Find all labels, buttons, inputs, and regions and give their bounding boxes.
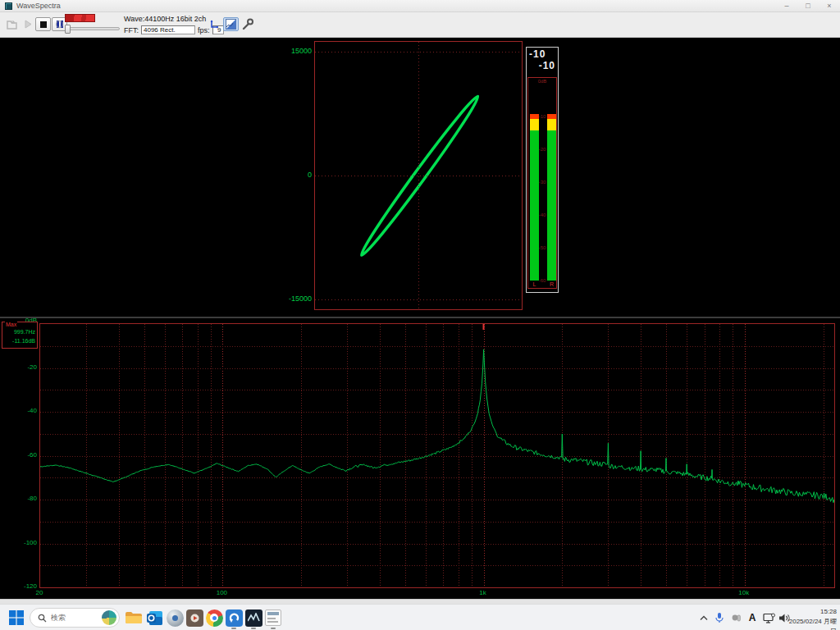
- tray-microphone-button[interactable]: [713, 611, 726, 624]
- display-mode-icon: [226, 19, 236, 30]
- audio-tool-icon: [167, 609, 184, 627]
- taskbar-app-chrome[interactable]: [204, 608, 224, 628]
- peak-value-left: -10: [529, 48, 546, 60]
- minimize-button[interactable]: –: [776, 0, 797, 11]
- spectrum-y-tick: -80: [15, 495, 37, 502]
- file-explorer-icon: [125, 610, 143, 625]
- taskbar: A 15:28 2025/02/24 月曜日: [0, 604, 840, 630]
- peak-value-right: -10: [539, 60, 555, 71]
- spectrum-x-tick: 10k: [733, 589, 755, 596]
- scope-panel: 150000-15000 -10 -10 0dB -10-20-30-40-50…: [0, 38, 840, 317]
- meter-bar-left: [530, 78, 539, 288]
- lissajous-axis-label: 0: [277, 171, 312, 179]
- running-indicator: [231, 628, 236, 629]
- stop-icon: [40, 21, 47, 28]
- outlook-icon: [146, 609, 163, 627]
- lissajous-gridline: [418, 42, 419, 309]
- search-icon: [38, 614, 47, 623]
- spectrum-y-tick: -60: [15, 451, 37, 459]
- close-button[interactable]: ×: [819, 0, 840, 11]
- meter-scale-box: 0dB -10-20-30-40-50-60 L R: [527, 77, 557, 289]
- search-highlight-image[interactable]: [102, 610, 116, 625]
- spectrum-y-tick: -40: [15, 407, 37, 414]
- taskbar-app-media-player[interactable]: [185, 608, 204, 628]
- microphone-icon: [714, 612, 724, 623]
- meter-segment-yellow: [547, 119, 556, 130]
- channel-label-right: R: [547, 281, 556, 287]
- axis-scale-icon: [208, 19, 220, 30]
- spectrum-x-tick: 100: [211, 589, 232, 596]
- wavespectra-icon: [245, 609, 262, 627]
- open-file-button[interactable]: [4, 17, 19, 31]
- max-level-value: -11.16dB: [2, 338, 35, 344]
- tray-device-button[interactable]: [729, 611, 742, 624]
- taskbar-app-wavespectra[interactable]: [244, 608, 263, 628]
- chrome-icon: [206, 609, 223, 627]
- spectrum-y-tick: -20: [15, 363, 37, 371]
- recorder-icon: [226, 609, 243, 627]
- fft-label: FFT:: [124, 26, 139, 34]
- monitor-icon: [763, 613, 775, 623]
- channel-label-left: L: [530, 281, 539, 287]
- clock-time: 15:28: [788, 607, 837, 617]
- level-meter-panel: -10 -10 0dB -10-20-30-40-50-60 L R: [526, 47, 559, 293]
- max-frequency-value: 999.7Hz: [2, 329, 35, 335]
- taskbar-app-outlook[interactable]: [144, 608, 164, 628]
- meter-segment-yellow: [530, 119, 539, 130]
- running-indicator: [271, 628, 276, 629]
- chevron-up-icon: [700, 615, 708, 621]
- wave-format-label: Wave:44100Hz 16bit 2ch: [124, 15, 206, 23]
- media-player-icon: [186, 609, 203, 627]
- spectrum-trace: [40, 324, 834, 587]
- settings-button[interactable]: [240, 17, 256, 31]
- taskbar-app-explorer[interactable]: [124, 608, 144, 628]
- clock-date: 2025/02/24 月曜日: [788, 617, 837, 630]
- stop-button[interactable]: [35, 17, 51, 31]
- app-icon: [5, 2, 12, 10]
- meter-segment-green: [547, 130, 556, 281]
- taskbar-app-audio-tool[interactable]: [165, 608, 185, 628]
- start-button[interactable]: [7, 608, 26, 628]
- toolbar: Wave:44100Hz 16bit 2ch FFT: 4096 Rect. f…: [0, 12, 840, 38]
- titlebar: WaveSpectra – □ ×: [0, 0, 840, 12]
- display-mode-toggle[interactable]: [223, 17, 239, 31]
- position-slider-thumb[interactable]: [65, 25, 71, 34]
- spectrum-y-tick: -100: [15, 539, 37, 546]
- maximize-button[interactable]: □: [797, 0, 819, 11]
- lissajous-axis-label: 15000: [277, 47, 312, 55]
- spectrum-panel: 0dB Max 999.7Hz -11.16dB -20-40-60-80-10…: [0, 318, 840, 599]
- over-indicator: [65, 14, 95, 22]
- taskbar-search[interactable]: [30, 608, 120, 628]
- spectrum-x-tick: 1k: [472, 589, 494, 596]
- meter-bar-right: [547, 78, 556, 288]
- spectrum-plot: [39, 323, 835, 588]
- window-title: WaveSpectra: [16, 2, 61, 10]
- tray-clock[interactable]: 15:28 2025/02/24 月曜日: [788, 607, 837, 630]
- play-button[interactable]: [22, 17, 34, 31]
- search-input[interactable]: [51, 614, 102, 622]
- lissajous-display: [314, 41, 523, 310]
- position-slider[interactable]: [65, 27, 120, 30]
- fft-setting-field[interactable]: 4096 Rect.: [141, 25, 195, 34]
- tray-ime-mode[interactable]: A: [746, 611, 759, 624]
- taskbar-app-editor[interactable]: [263, 608, 283, 628]
- windows-logo-icon: [9, 610, 24, 625]
- audio-device-icon: [731, 613, 742, 623]
- tray-chevron-button[interactable]: [697, 611, 710, 624]
- taskbar-app-recorder[interactable]: [224, 608, 244, 628]
- meter-segment-green: [530, 130, 539, 281]
- play-icon: [24, 20, 33, 29]
- tray-display-button[interactable]: [762, 611, 775, 624]
- open-file-icon: [6, 19, 18, 30]
- record-icon: [55, 20, 64, 29]
- axis-scale-button[interactable]: [207, 17, 221, 31]
- max-readout-box: Max 999.7Hz -11.16dB: [2, 322, 38, 349]
- max-title: Max: [5, 322, 17, 327]
- lissajous-axis-label: -15000: [277, 294, 312, 303]
- wrench-icon: [241, 18, 254, 30]
- spectrum-x-tick: 20: [29, 589, 50, 596]
- running-indicator: [251, 628, 256, 629]
- editor-icon: [265, 609, 281, 626]
